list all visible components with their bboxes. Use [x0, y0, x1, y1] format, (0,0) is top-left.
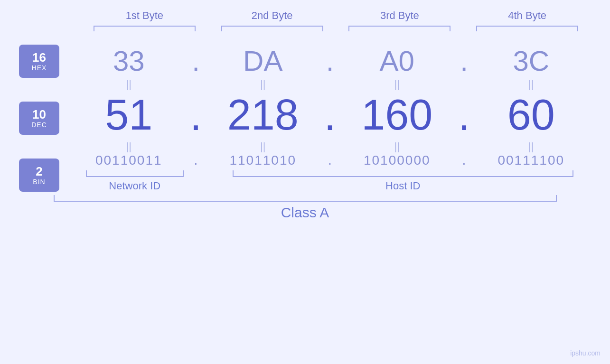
dec-val-3: 160	[342, 91, 452, 140]
watermark: ipshu.com	[570, 349, 601, 357]
host-id-label: Host ID	[385, 180, 420, 192]
bin-row: 00110011 . 11011010 . 10100000 . 0011110…	[69, 153, 591, 168]
class-bracket	[54, 195, 557, 202]
hex-badge: 16 HEX	[19, 45, 59, 78]
hex-val-2: DA	[208, 45, 319, 77]
hex-dot-3: .	[452, 47, 476, 75]
bottom-brackets-area: Network ID Host ID	[69, 170, 591, 192]
dec-val-1: 51	[74, 91, 184, 140]
byte-header-4: 4th Byte	[463, 9, 591, 26]
byte-header-3: 3rd Byte	[336, 9, 464, 26]
network-id-bracket-section: Network ID	[74, 170, 196, 192]
bin-badge: 2 BIN	[19, 159, 59, 192]
parallel-dec-bin: || || || ||	[69, 140, 591, 153]
bin-dot-1: .	[184, 154, 208, 167]
main-container: 1st Byte 2nd Byte 3rd Byte 4th Byte 16 H…	[0, 0, 610, 364]
content-area: 16 HEX 10 DEC 2 BIN 33 .	[19, 40, 591, 192]
network-id-bracket	[86, 170, 184, 177]
byte-header-2: 2nd Byte	[208, 9, 336, 26]
dec-row: 51 . 218 . 160 . 60	[69, 91, 591, 140]
network-id-label: Network ID	[109, 180, 160, 192]
bin-dot-3: .	[452, 154, 476, 167]
bin-val-1: 00110011	[74, 153, 184, 168]
dec-val-4: 60	[476, 91, 587, 140]
dec-dot-1: .	[184, 94, 208, 137]
dec-dot-2: .	[318, 94, 342, 137]
bracket-2	[208, 26, 336, 31]
host-id-bracket-section: Host ID	[220, 170, 587, 192]
base-labels-column: 16 HEX 10 DEC 2 BIN	[19, 40, 59, 192]
hex-val-4: 3C	[476, 45, 587, 77]
class-label: Class A	[281, 205, 329, 221]
hex-row: 33 . DA . A0 . 3C	[69, 45, 591, 77]
byte-header-1: 1st Byte	[81, 9, 208, 26]
dec-val-2: 218	[208, 91, 319, 140]
bracket-4	[463, 26, 591, 31]
bin-val-2: 11011010	[208, 153, 319, 168]
bracket-1	[81, 26, 208, 31]
parallel-hex-dec: || || || ||	[69, 78, 591, 91]
bin-val-3: 10100000	[342, 153, 452, 168]
values-area: 33 . DA . A0 . 3C || ||	[69, 40, 591, 192]
hex-val-3: A0	[342, 45, 452, 77]
hex-dot-2: .	[318, 47, 342, 75]
bin-val-4: 00111100	[476, 153, 587, 168]
dec-dot-3: .	[452, 94, 476, 137]
bin-dot-2: .	[318, 154, 342, 167]
class-section: Class A	[19, 195, 591, 221]
hex-dot-1: .	[184, 47, 208, 75]
host-id-bracket	[233, 170, 573, 177]
spacer-dot-1	[196, 170, 220, 192]
hex-val-1: 33	[74, 45, 184, 77]
dec-badge: 10 DEC	[19, 102, 59, 135]
bracket-3	[336, 26, 464, 31]
